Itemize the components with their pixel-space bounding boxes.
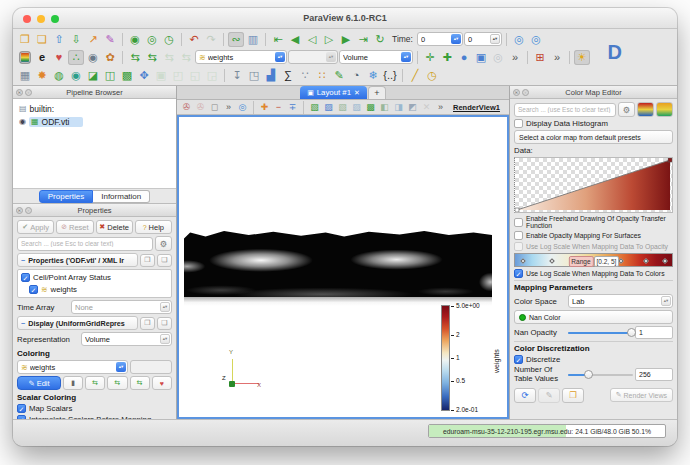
copy-properties-icon[interactable]: ❐ [140, 254, 155, 267]
zoom-window-button[interactable] [51, 15, 59, 23]
favorite-presets-icon[interactable]: ♥ [51, 50, 67, 65]
overflow-chevron-icon[interactable]: » [507, 50, 523, 65]
add-view-icon[interactable]: ✚ [258, 101, 271, 113]
layout-tab[interactable]: ▣ Layout #1 ✕ [300, 86, 367, 99]
close-panel-button[interactable]: ✕ [16, 89, 23, 96]
paste-display-icon[interactable]: ❏ [157, 317, 172, 330]
representation-combo[interactable]: Volume▴▾ [81, 332, 172, 346]
interactive-select-cells-icon[interactable]: ◧ [378, 101, 391, 113]
color-transfer-function-bar[interactable]: Range [0.2, 5] [514, 253, 673, 267]
clip-icon[interactable]: ◪ [85, 68, 101, 83]
reset-session-icon[interactable]: ◷ [161, 32, 177, 47]
contour-icon[interactable]: ◉ [68, 68, 84, 83]
save-state-icon[interactable]: ⇩ [68, 32, 84, 47]
log-colors-checkbox[interactable]: Use Log Scale When Mapping Data To Color… [514, 269, 673, 278]
time-value-combo[interactable]: 0▴▾ [417, 32, 463, 46]
table-values-slider[interactable] [568, 369, 633, 381]
glyph-custom-source-icon[interactable]: ❄ [365, 68, 381, 83]
close-panel-button[interactable]: ✕ [16, 207, 23, 214]
vcr-first-frame-icon[interactable]: ⇤ [270, 32, 286, 47]
tab-properties[interactable]: Properties [39, 190, 93, 203]
select-cells-on-icon[interactable]: ▧ [308, 101, 321, 113]
delete-button[interactable]: ✖Delete [96, 220, 133, 234]
ruler-icon[interactable]: ╱ [407, 68, 423, 83]
render-view[interactable]: Y X Z 5.0e+00 2 1 0.5 [177, 115, 509, 419]
rescale-data-range-button[interactable]: ⇆ [85, 376, 105, 390]
select-cells-through-icon[interactable]: ▧ [336, 101, 349, 113]
rescale-custom-range-button[interactable]: ⇆ [107, 376, 127, 390]
edit-color-map-icon[interactable]: e [34, 50, 50, 65]
opacity-surfaces-checkbox[interactable]: Enable Opacity Mapping For Surfaces [514, 231, 673, 240]
color-node-marker[interactable] [549, 258, 555, 264]
restore-colormap-icon[interactable] [656, 102, 673, 117]
zoom-to-selection-icon[interactable]: ◎ [236, 101, 249, 113]
pipeline-item-source[interactable]: ◉ ▦ ODF.vti [13, 115, 176, 128]
select-preset-button[interactable]: Select a color map from default presets [514, 130, 673, 144]
overflow-chevron-icon-2[interactable]: » [549, 50, 565, 65]
plot-data-icon[interactable]: ∵ [297, 68, 313, 83]
show-color-legend-icon[interactable]: ∴ [68, 50, 84, 65]
catalyst-pause-icon[interactable]: ◎ [144, 32, 160, 47]
undo-icon[interactable]: ↶ [186, 32, 202, 47]
representation-combo[interactable]: Volume▴▾ [339, 50, 413, 64]
capture-screenshot-icon[interactable]: ↗ [85, 32, 101, 47]
save-screenshot-icon[interactable]: ✇ [180, 101, 193, 113]
discretize-checkbox[interactable]: Discretize [514, 355, 673, 364]
save-animation-icon[interactable]: ✎ [102, 32, 118, 47]
properties-search-input[interactable] [17, 237, 153, 251]
light-kit-icon[interactable]: ☀ [574, 50, 590, 65]
help-button[interactable]: ?Help [135, 220, 172, 234]
scalar-bar-button[interactable]: ▮ [63, 376, 83, 390]
record-test-icon[interactable]: ◻ [208, 101, 221, 113]
python-calculator-icon[interactable]: {..} [382, 68, 398, 83]
display-section-header[interactable]: −Display (UniformGridRepres [17, 316, 138, 330]
glyph-filter-icon[interactable]: ✸ [34, 68, 50, 83]
color-node-marker[interactable] [643, 258, 649, 264]
time-array-combo[interactable]: None▴▾ [71, 300, 172, 314]
show-center-axes-icon[interactable]: ✛ [422, 50, 438, 65]
threshold-icon[interactable]: ▩ [119, 68, 135, 83]
remove-view-icon[interactable]: − [272, 101, 285, 113]
time-index-spinner[interactable]: 0▴▾ [464, 32, 502, 46]
stream-tracer-icon[interactable]: ✥ [136, 68, 152, 83]
slider-knob[interactable] [584, 370, 593, 379]
extract-subset-icon[interactable]: ◍ [51, 68, 67, 83]
undock-panel-button[interactable]: ◦ [25, 89, 32, 96]
tab-information[interactable]: Information [93, 190, 150, 203]
view-overflow-icon[interactable]: » [222, 101, 235, 113]
open-file-icon[interactable]: ❐ [17, 32, 33, 47]
color-legend[interactable]: 5.0e+00 2 1 0.5 2.0e-01 weights [441, 301, 507, 417]
display-histogram-checkbox[interactable]: Display Data Histogram [514, 119, 673, 128]
vcr-loop-icon[interactable]: ↻ [372, 32, 388, 47]
pipeline-item-builtin[interactable]: ▤ builtin: [13, 102, 176, 115]
save-data-icon[interactable]: ❏ [34, 32, 50, 47]
title-bar[interactable]: ParaView 6.1.0-RC1 [13, 8, 677, 29]
undock-panel-button[interactable]: ◦ [25, 207, 32, 214]
nan-color-button[interactable]: Nan Color [514, 310, 673, 324]
cme-gear-icon[interactable]: ⚙ [618, 102, 635, 117]
annotate-time-icon[interactable]: ◔ [348, 68, 364, 83]
nan-opacity-value[interactable]: 1 [635, 326, 673, 339]
calculator-icon[interactable]: ▦ [17, 68, 33, 83]
temporal-statistics-icon[interactable]: ∷ [314, 68, 330, 83]
visibility-eye-icon[interactable]: ◉ [19, 117, 26, 126]
vcr-play-icon[interactable]: ▷ [321, 32, 337, 47]
cell-point-array-status-checkbox[interactable]: Cell/Point Array Status [21, 273, 168, 282]
render-view-link[interactable]: RenderView1 [453, 103, 500, 112]
color-node-marker[interactable] [520, 258, 526, 264]
vcr-next-frame-icon[interactable]: ▶ [338, 32, 354, 47]
view-overflow-icon-2[interactable]: » [434, 101, 447, 113]
opacity-transfer-function-editor[interactable] [514, 157, 673, 213]
select-points-through-icon[interactable]: ▨ [350, 101, 363, 113]
weights-array-checkbox[interactable]: ≋ weights [21, 285, 168, 294]
interactive-select-points-icon[interactable]: ◨ [392, 101, 405, 113]
paste-properties-icon[interactable]: ❏ [157, 254, 172, 267]
select-block-icon[interactable]: ▩ [364, 101, 377, 113]
vcr-play-backwards-icon[interactable]: ◁ [304, 32, 320, 47]
slider-knob[interactable] [627, 328, 636, 337]
new-layout-tab[interactable]: + [368, 86, 386, 99]
zoom-to-data-icon[interactable]: ◎ [511, 32, 527, 47]
rescale-to-custom-range-icon[interactable]: ⇆ [144, 50, 160, 65]
adjust-camera-icon[interactable]: ◉ [85, 50, 101, 65]
vcr-last-frame-icon[interactable]: ⇥ [355, 32, 371, 47]
